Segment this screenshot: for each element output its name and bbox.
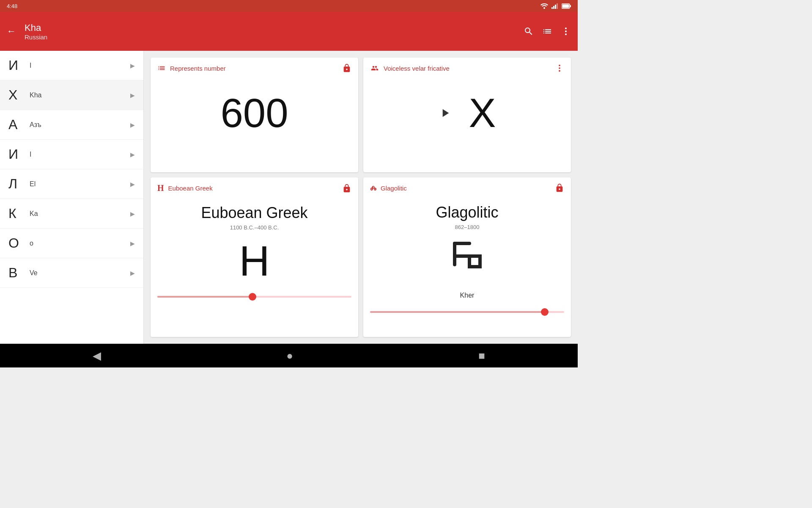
status-bar: 4:48 — [0, 0, 578, 12]
sidebar-char-0: И — [8, 58, 30, 73]
euboean-slider-track — [157, 296, 351, 298]
euboean-content: Euboean Greek 1100 B.C.–400 B.C. H — [151, 197, 358, 291]
sidebar-char-3: И — [8, 146, 30, 162]
euboean-slider[interactable] — [151, 291, 358, 303]
app-bar-title: Kha Russian — [25, 22, 524, 41]
play-icon[interactable] — [438, 106, 452, 120]
card-header-left-phonetic: Voiceless velar fricative — [370, 64, 450, 72]
card-glagolitic: Ⰾ Glagolitic Glagolitic 862–1800 — [363, 177, 571, 337]
more-icon[interactable] — [561, 26, 571, 36]
sidebar-arrow-3: ▶ — [130, 151, 135, 158]
svg-rect-17 — [469, 256, 480, 267]
bottom-nav: ◀ ● ■ — [0, 344, 578, 367]
svg-point-10 — [565, 33, 567, 35]
more-icon-phonetic[interactable] — [555, 64, 564, 73]
sidebar-char-4: Л — [8, 176, 30, 192]
sidebar-item-0[interactable]: И I ▶ — [0, 51, 143, 80]
card-voiceless-velar: Voiceless velar fricative X — [363, 58, 571, 172]
sidebar-item-6[interactable]: О о ▶ — [0, 229, 143, 258]
glagolitic-char-svg — [446, 237, 488, 279]
status-icons — [540, 3, 571, 9]
card-glagolitic-title: Glagolitic — [381, 185, 407, 192]
nav-home-button[interactable]: ● — [269, 345, 310, 367]
euboean-script-title: Euboean Greek — [157, 204, 351, 222]
list-icon[interactable] — [542, 26, 552, 36]
sidebar-item-5[interactable]: К Ka ▶ — [0, 199, 143, 229]
svg-rect-4 — [557, 3, 558, 9]
sidebar-name-0: I — [30, 62, 130, 69]
card-header-left-glagolitic: Ⰾ Glagolitic — [370, 184, 407, 193]
glagolitic-script-title: Glagolitic — [370, 204, 564, 221]
sidebar-item-7[interactable]: В Ve ▶ — [0, 258, 143, 288]
glagolitic-slider[interactable] — [363, 306, 571, 318]
sidebar-item-1[interactable]: Х Kha ▶ — [0, 80, 143, 110]
svg-rect-3 — [555, 5, 556, 9]
glagolitic-slider-track — [370, 311, 564, 313]
sidebar-item-3[interactable]: И I ▶ — [0, 140, 143, 169]
svg-rect-7 — [570, 5, 571, 7]
battery-icon — [562, 3, 571, 9]
svg-point-9 — [565, 30, 567, 32]
app-bar-actions — [524, 26, 571, 36]
sidebar-char-7: В — [8, 265, 30, 281]
search-icon[interactable] — [524, 26, 534, 36]
sidebar-item-4[interactable]: Л El ▶ — [0, 169, 143, 199]
list-card-icon — [157, 64, 166, 72]
svg-rect-1 — [551, 7, 553, 9]
signal-icon — [551, 3, 558, 9]
card-header-left-number: Represents number — [157, 64, 226, 72]
card-euboean-greek: H Euboean Greek Euboean Greek 1100 B.C.–… — [151, 177, 358, 337]
glagolitic-char — [370, 237, 564, 287]
card-voiceless-header: Voiceless velar fricative — [363, 58, 571, 77]
lock-icon-number — [342, 64, 351, 73]
card-represents-number-header: Represents number — [151, 58, 358, 77]
sidebar-item-2[interactable]: А Азъ ▶ — [0, 110, 143, 140]
glagolitic-content: Glagolitic 862–1800 Kher — [363, 197, 571, 306]
status-time: 4:48 — [7, 3, 17, 9]
svg-point-11 — [559, 65, 560, 66]
glagolitic-dates: 862–1800 — [370, 224, 564, 230]
people-icon — [370, 64, 379, 72]
euboean-slider-fill — [157, 296, 252, 298]
content-area: Represents number 600 Voiceless vela — [144, 51, 578, 344]
sidebar-arrow-7: ▶ — [130, 270, 135, 276]
phonetic-char: X — [469, 90, 496, 136]
card-number-title: Represents number — [170, 65, 226, 72]
phonetic-display: X — [363, 77, 571, 153]
glagolitic-slider-fill — [370, 311, 545, 313]
euboean-char: H — [157, 237, 351, 284]
sidebar: И I ▶ Х Kha ▶ А Азъ ▶ И I ▶ Л El ▶ К Ka … — [0, 51, 144, 344]
sidebar-char-1: Х — [8, 87, 30, 103]
sidebar-arrow-0: ▶ — [130, 62, 135, 69]
sidebar-name-4: El — [30, 180, 130, 188]
glagolitic-icon: Ⰾ — [370, 184, 376, 193]
number-value: 600 — [220, 90, 288, 136]
sidebar-name-2: Азъ — [30, 121, 130, 129]
sidebar-char-6: О — [8, 235, 30, 251]
app-subtitle: Russian — [25, 33, 524, 41]
sidebar-arrow-1: ▶ — [130, 92, 135, 99]
svg-rect-6 — [562, 4, 569, 8]
lock-icon-glagolitic — [555, 183, 564, 193]
svg-point-13 — [559, 70, 560, 72]
sidebar-name-5: Ka — [30, 210, 130, 218]
sidebar-arrow-4: ▶ — [130, 181, 135, 188]
main-layout: И I ▶ Х Kha ▶ А Азъ ▶ И I ▶ Л El ▶ К Ka … — [0, 51, 578, 344]
sidebar-name-6: о — [30, 240, 130, 247]
wifi-icon — [540, 3, 548, 9]
lock-icon-euboean — [342, 184, 351, 193]
euboean-slider-thumb — [249, 293, 256, 301]
nav-recent-button[interactable]: ■ — [461, 345, 502, 367]
sidebar-name-1: Kha — [30, 91, 130, 99]
svg-point-8 — [565, 28, 567, 29]
svg-point-0 — [543, 7, 545, 9]
card-header-left-euboean: H Euboean Greek — [157, 183, 213, 193]
nav-back-button[interactable]: ◀ — [76, 345, 118, 367]
card-glagolitic-header: Ⰾ Glagolitic — [363, 177, 571, 197]
card-represents-number: Represents number 600 — [151, 58, 358, 172]
svg-rect-2 — [553, 6, 554, 9]
euboean-icon: H — [157, 183, 164, 193]
sidebar-arrow-2: ▶ — [130, 121, 135, 128]
app-title: Kha — [25, 22, 524, 33]
back-button[interactable]: ← — [7, 26, 16, 37]
